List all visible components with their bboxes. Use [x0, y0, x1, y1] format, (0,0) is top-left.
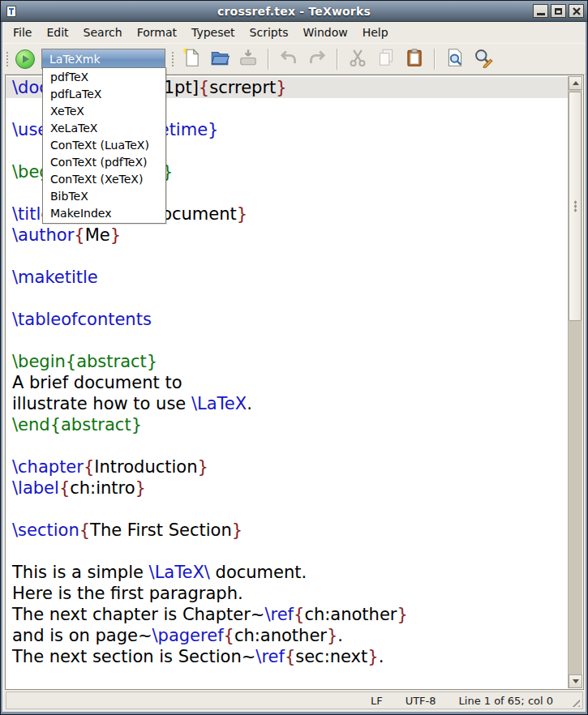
title-bar[interactable]: crossref.tex - TeXworks [1, 1, 587, 22]
toolbar-separator [268, 49, 269, 70]
engine-option-pdflatex[interactable]: pdfLaTeX [43, 86, 165, 103]
editor-line[interactable]: illustrate how to use \LaTeX. [12, 393, 568, 414]
minimize-button[interactable] [533, 4, 548, 18]
engine-selected-label: LaTeXmk [49, 53, 101, 66]
window-controls [533, 4, 584, 18]
app-icon [5, 5, 18, 18]
engine-dropdown-list: pdfTeXpdfLaTeXXeTeXXeLaTeXConTeXt (LuaTe… [42, 67, 166, 224]
cut-button [346, 48, 369, 71]
editor-line[interactable] [12, 246, 568, 267]
replace-icon [473, 47, 494, 71]
toolbar-buttons [180, 48, 495, 71]
encoding-indicator: UTF-8 [406, 695, 436, 707]
editor-line[interactable] [12, 288, 568, 309]
thumb-grip-icon [574, 200, 577, 212]
find-icon [444, 47, 466, 71]
resize-grip[interactable] [569, 696, 580, 707]
new-button[interactable] [180, 48, 203, 71]
menu-help[interactable]: Help [355, 24, 396, 41]
engine-option-context-xetex[interactable]: ConTeXt (XeTeX) [43, 171, 165, 188]
scroll-down-button[interactable] [569, 674, 582, 688]
menu-file[interactable]: File [6, 24, 39, 41]
typeset-button[interactable] [15, 49, 36, 70]
play-icon [15, 49, 35, 69]
toolbar-grip[interactable] [5, 50, 10, 68]
status-bar: LF UTF-8 Line 1 of 65; col 0 [6, 691, 583, 709]
undo-button [277, 48, 300, 71]
find-button[interactable] [444, 48, 466, 71]
undo-icon [278, 47, 299, 71]
scroll-up-button[interactable] [569, 76, 582, 90]
editor-line[interactable] [12, 541, 568, 562]
engine-option-bibtex[interactable]: BibTeX [43, 188, 165, 205]
editor-line[interactable]: \chapter{Introduction} [12, 456, 568, 477]
editor-line[interactable]: A brief document to [12, 372, 568, 393]
editor-line[interactable]: \tableofcontents [12, 309, 568, 330]
editor-line[interactable]: \author{Me} [12, 225, 568, 246]
paste-button[interactable] [403, 48, 426, 71]
engine-option-xetex[interactable]: XeTeX [43, 103, 165, 120]
copy-button [375, 48, 397, 71]
editor-line[interactable]: Here is the first paragraph. [12, 583, 568, 604]
editor-line[interactable] [12, 330, 568, 351]
engine-option-context-luatex[interactable]: ConTeXt (LuaTeX) [43, 137, 165, 154]
menu-edit[interactable]: Edit [39, 24, 75, 41]
redo-button [306, 48, 328, 71]
editor-line[interactable]: \maketitle [12, 267, 568, 288]
editor-line[interactable]: The next chapter is Chapter~\ref{ch:anot… [12, 604, 568, 625]
minimize-icon [537, 13, 545, 15]
save-icon [238, 47, 259, 71]
engine-option-context-pdftex[interactable]: ConTeXt (pdfTeX) [43, 154, 165, 171]
editor-line[interactable]: \begin{abstract} [12, 351, 568, 372]
menu-scripts[interactable]: Scripts [242, 24, 296, 41]
new-file-icon [181, 47, 202, 71]
editor-line[interactable]: This is a simple \LaTeX\ document. [12, 562, 568, 583]
menu-bar: FileEditSearchFormatTypesetScriptsWindow… [3, 22, 586, 43]
menu-typeset[interactable]: Typeset [184, 24, 242, 41]
engine-option-pdftex[interactable]: pdfTeX [43, 69, 165, 86]
line-ending-indicator: LF [371, 695, 383, 707]
replace-button[interactable] [472, 48, 495, 71]
editor-line[interactable] [12, 499, 568, 520]
editor-line[interactable]: \section{The First Section} [12, 520, 568, 541]
triangle-down-icon [573, 679, 579, 683]
toolbar-grip[interactable] [170, 50, 175, 68]
engine-combobox[interactable]: LaTeXmk [41, 49, 165, 69]
scrollbar-thumb[interactable] [569, 92, 582, 321]
menu-search[interactable]: Search [76, 24, 130, 41]
window-title: crossref.tex - TeXworks [1, 5, 587, 18]
menu-window[interactable]: Window [295, 24, 354, 41]
editor-line[interactable] [12, 435, 568, 456]
editor-line[interactable]: \label{ch:intro} [12, 477, 568, 499]
engine-option-makeindex[interactable]: MakeIndex [43, 205, 165, 222]
redo-icon [307, 47, 328, 71]
cursor-position-indicator: Line 1 of 65; col 0 [459, 695, 553, 707]
open-button[interactable] [208, 48, 231, 71]
save-button [237, 48, 260, 71]
maximize-icon [555, 8, 562, 15]
cut-icon [347, 47, 368, 71]
paste-icon [404, 47, 425, 71]
scrollbar-track[interactable] [569, 90, 582, 674]
maximize-button[interactable] [551, 4, 566, 18]
vertical-scrollbar[interactable] [568, 76, 582, 688]
close-icon [572, 6, 582, 16]
app-window: crossref.tex - TeXworks FileEditSearchFo… [0, 0, 588, 715]
toolbar-separator [434, 49, 436, 70]
close-button[interactable] [569, 4, 584, 18]
editor-line[interactable]: The next section is Section~\ref{sec:nex… [12, 646, 568, 667]
engine-option-xelatex[interactable]: XeLaTeX [43, 120, 165, 137]
toolbar-separator [337, 49, 338, 70]
editor-line[interactable]: \end{abstract} [12, 414, 568, 435]
menu-format[interactable]: Format [130, 24, 184, 41]
open-folder-icon [209, 47, 230, 71]
copy-icon [376, 47, 397, 71]
editor-line[interactable]: and is on page~\pageref{ch:another}. [12, 625, 568, 646]
triangle-up-icon [573, 81, 579, 85]
